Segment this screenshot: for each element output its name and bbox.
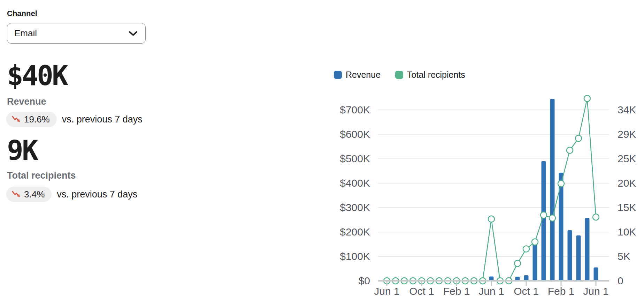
recipients-point	[540, 212, 547, 218]
chevron-down-icon	[129, 31, 138, 36]
revenue-bar	[550, 99, 555, 281]
left-axis-label: $700K	[340, 104, 370, 115]
recipients-point	[523, 246, 529, 252]
recipients-delta-row: 3.4% vs. previous 7 days	[6, 187, 137, 202]
right-axis-label: 15K	[618, 202, 636, 213]
recipients-point	[558, 180, 564, 187]
right-axis-label: 29K	[618, 128, 636, 140]
revenue-bar	[533, 244, 537, 281]
trend-down-arrow-icon	[12, 115, 21, 123]
revenue-bar	[594, 268, 598, 281]
revenue-comparison-text: vs. previous 7 days	[62, 114, 143, 125]
recipients-point	[575, 135, 582, 141]
legend-item-recipients: Total recipients	[395, 70, 465, 80]
revenue-recipients-combo-chart: Jun 1Oct 1Feb 1Jun 1Oct 1Feb 1Jun 1$0$10…	[328, 84, 644, 307]
recipients-point	[567, 147, 573, 154]
left-axis-label: $100K	[340, 250, 370, 262]
recipients-delta-percent: 3.4%	[24, 189, 45, 200]
x-axis-label: Jun 1	[583, 285, 608, 297]
x-axis-label: Feb 1	[548, 285, 575, 297]
left-axis-label: $300K	[340, 202, 370, 213]
left-axis-label: $200K	[340, 226, 370, 238]
chart-legend: Revenue Total recipients	[334, 70, 465, 80]
legend-label-revenue: Revenue	[346, 70, 381, 80]
channel-select-value: Email	[14, 28, 37, 39]
revenue-delta-row: 19.6% vs. previous 7 days	[6, 112, 143, 127]
recipients-point	[549, 215, 555, 221]
revenue-bar	[568, 230, 572, 281]
revenue-bar	[585, 218, 590, 281]
revenue-delta-badge: 19.6%	[6, 112, 57, 127]
recipients-point	[584, 95, 590, 102]
trend-down-arrow-icon	[12, 190, 21, 198]
left-axis-label: $500K	[340, 153, 370, 164]
recipients-comparison-text: vs. previous 7 days	[57, 189, 137, 200]
right-axis-label: 0	[618, 275, 623, 286]
recipients-delta-badge: 3.4%	[6, 187, 52, 202]
x-axis-label: Jun 1	[478, 285, 504, 297]
recipients-metric-value: 9K	[7, 137, 37, 164]
x-axis-label: Oct 1	[514, 285, 539, 297]
left-axis-label: $600K	[340, 128, 370, 140]
right-axis-label: 25K	[618, 153, 636, 164]
right-axis-label: 10K	[618, 226, 636, 238]
x-axis-label: Oct 1	[409, 285, 434, 297]
right-axis-label: 20K	[618, 177, 636, 189]
revenue-bar	[524, 275, 529, 281]
channel-label: Channel	[7, 9, 37, 18]
revenue-metric-value: $40K	[7, 62, 67, 89]
recipients-swatch-icon	[395, 71, 403, 79]
right-axis-label: 34K	[618, 104, 636, 115]
recipients-point	[593, 214, 599, 220]
recipients-point	[532, 239, 538, 245]
left-axis-label: $400K	[340, 177, 370, 189]
revenue-swatch-icon	[334, 71, 342, 79]
x-axis-label: Jun 1	[374, 285, 399, 297]
legend-item-revenue: Revenue	[334, 70, 381, 80]
recipients-metric-label: Total recipients	[7, 170, 76, 181]
recipients-line	[387, 98, 596, 281]
legend-label-recipients: Total recipients	[407, 70, 465, 80]
recipients-point	[514, 260, 521, 267]
left-axis-label: $0	[359, 275, 370, 286]
revenue-bar	[576, 235, 581, 281]
right-axis-label: 5K	[618, 250, 630, 262]
revenue-delta-percent: 19.6%	[24, 114, 50, 125]
channel-select[interactable]: Email	[7, 23, 146, 44]
recipients-point	[488, 216, 495, 222]
revenue-metric-label: Revenue	[7, 96, 46, 107]
x-axis-label: Feb 1	[443, 285, 470, 297]
